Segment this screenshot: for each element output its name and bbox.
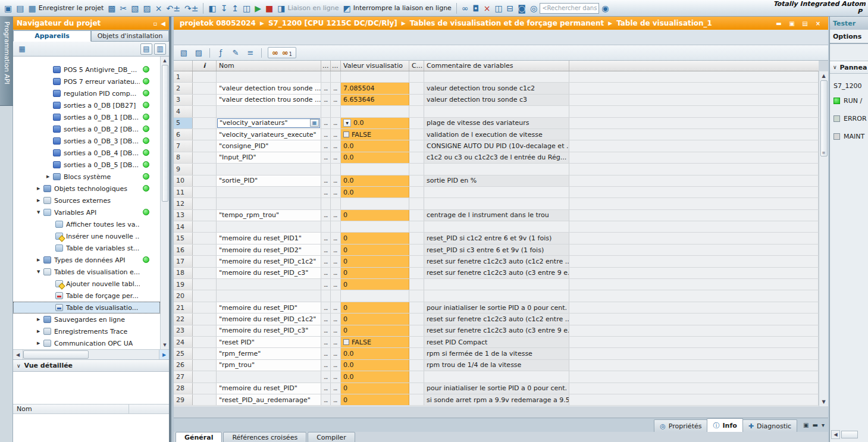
scrollbar-thumb[interactable] <box>23 350 89 359</box>
row-number-cell[interactable]: 14 <box>174 221 193 232</box>
watch-table-row[interactable]: 25 "rpm_ferme" "rpm_ferme" ▦ ... ... ▼ <box>174 348 819 359</box>
copy-icon[interactable]: ▧ <box>129 2 140 15</box>
close-icon[interactable]: × <box>814 20 822 27</box>
modify-value-cell[interactable] <box>409 187 424 198</box>
tag-name-cell[interactable]: "tempo_rpm_trou" "tempo_rpm_trou" ▦ <box>217 210 321 221</box>
col-comment[interactable]: Commentaire de variables <box>424 61 569 71</box>
modify-value-cell[interactable] <box>409 221 424 232</box>
tree-item[interactable]: ▶ Sources externes <box>13 195 160 206</box>
modify-value-cell[interactable] <box>409 164 424 174</box>
new-project-icon[interactable]: ▤ <box>14 2 26 15</box>
watch-table-row[interactable]: 5 "velocity_variateurs" "velocity_variat… <box>174 118 819 129</box>
monitor-value-cell[interactable]: ▼ 0.0 <box>341 152 409 163</box>
format-cell[interactable]: ... <box>331 360 341 371</box>
show-graphics-icon[interactable]: ◙ <box>516 2 528 15</box>
overview-toggle-icon[interactable]: ▥ <box>154 43 166 55</box>
save-project-button[interactable]: ▦ Enregistrer le projet <box>26 2 105 15</box>
modify-value-cell[interactable] <box>409 337 424 347</box>
tag-name-cell[interactable]: "memoire du reset_PID_c3" "memoire du re… <box>217 325 321 336</box>
tree-item[interactable]: ▶ Communication OPC UA <box>13 337 160 349</box>
address-cell[interactable]: ... <box>321 360 331 371</box>
watch-table-row[interactable]: 16 "memoire du reset_PID2" "memoire du r… <box>174 244 819 256</box>
comment-cell[interactable]: si sonde arret rpm a 9.9v redemarage a 9… <box>424 394 569 405</box>
modify-value-cell[interactable] <box>409 129 424 140</box>
expand-collapse-arrow[interactable]: ▼ <box>37 269 43 274</box>
expand-collapse-arrow[interactable]: ▶ <box>37 341 43 346</box>
modify-value-cell[interactable] <box>409 244 424 255</box>
address-cell[interactable] <box>321 198 331 209</box>
monitor-value-cell[interactable]: ▼ 0 <box>341 279 409 290</box>
row-number-cell[interactable]: 12 <box>174 198 193 209</box>
monitor-value-cell[interactable]: ▼ <box>341 164 409 174</box>
restore-icon[interactable]: ▣ <box>788 20 796 27</box>
modify-value-cell[interactable] <box>409 256 424 267</box>
monitor-value-cell[interactable]: ▼ 0 <box>341 383 409 394</box>
row-number-cell[interactable]: 2 <box>174 83 193 93</box>
row-number-cell[interactable]: 15 <box>174 233 193 243</box>
format-cell[interactable]: ... <box>331 302 341 313</box>
go-offline-button[interactable]: ◩ Interrompre la liaison en ligne <box>341 2 453 15</box>
tag-name-cell[interactable]: "velocity_variateurs_execute" "velocity_… <box>217 129 321 140</box>
undo-icon[interactable]: ↶± <box>164 2 181 15</box>
format-cell[interactable]: ... <box>331 129 341 140</box>
address-cell[interactable] <box>321 71 331 82</box>
comment-cell[interactable] <box>424 71 569 82</box>
monitor-value-cell[interactable]: ▼ <box>341 198 409 209</box>
comment-cell[interactable]: rpm si fermée de 1 de la vitesse <box>424 348 569 359</box>
format-cell[interactable]: ... <box>331 83 341 93</box>
binoculars-search-icon[interactable]: ∞ <box>460 2 471 15</box>
comment-cell[interactable]: reset sur fenetre c1c2c3 auto (c1c2 entr… <box>424 256 569 267</box>
expand-collapse-arrow[interactable]: ▶ <box>37 329 43 334</box>
watch-table-row[interactable]: 14 ▦ ▼ <box>174 221 819 233</box>
watch-table-row[interactable]: 3 "valeur detection trou sonde ... "vale… <box>174 95 819 106</box>
cut-icon[interactable]: ✂ <box>118 2 129 15</box>
tag-name-cell[interactable]: ▦ <box>217 221 321 232</box>
address-cell[interactable]: ... <box>321 314 331 324</box>
modify-value-cell[interactable] <box>409 371 424 382</box>
comment-cell[interactable]: reset_PID si c1c2 entre 6 et 9v (1 fois) <box>424 233 569 243</box>
tree-item[interactable]: Table de visualisatio... <box>13 302 160 314</box>
expand-collapse-arrow[interactable]: ▶ <box>37 317 43 322</box>
format-cell[interactable]: ... <box>331 210 341 221</box>
expand-collapse-arrow[interactable]: ▶ <box>46 174 53 179</box>
watch-table-row[interactable]: 28 "memoire du reset_PID" "memoire du re… <box>174 383 819 394</box>
print-icon[interactable]: ▩ <box>106 2 117 15</box>
info-tab[interactable]: ⓘ Info <box>707 418 742 432</box>
address-cell[interactable]: ... <box>321 175 331 186</box>
address-cell[interactable]: ... <box>321 337 331 347</box>
tree-item[interactable]: sorties a 0_DB_4 [DB... <box>13 147 160 159</box>
tag-name-cell[interactable]: "memoire du reset_PID1" "memoire du rese… <box>217 233 321 243</box>
format-cell[interactable]: ... <box>331 383 341 394</box>
tester-panel-header[interactable]: Tester <box>830 17 868 30</box>
tree-item[interactable]: Afficher toutes les va... <box>13 218 160 230</box>
watch-table-row[interactable]: 9 ▦ ▼ <box>174 164 819 175</box>
delete-icon[interactable]: × <box>153 2 164 15</box>
watch-table-row[interactable]: 24 "reset PID" "reset PID" ▦ ... ... ▼ <box>174 337 819 348</box>
row-number-cell[interactable]: 22 <box>174 314 193 324</box>
monitor-value-cell[interactable]: ▼ 0 <box>341 233 409 243</box>
tree-item[interactable]: sorties a 0_DB_3 [DB... <box>13 135 160 147</box>
breadcrumb-item[interactable]: projetok 08052024 <box>180 19 256 27</box>
monitor-value-cell[interactable]: ▼ 0.0 <box>341 371 409 382</box>
row-number-cell[interactable]: 7 <box>174 140 193 151</box>
modify-value-cell[interactable] <box>409 348 424 359</box>
address-cell[interactable]: ... <box>321 118 331 128</box>
modify-value-cell[interactable] <box>409 71 424 82</box>
comment-cell[interactable]: sortie PID en % <box>424 175 569 186</box>
modify-value-cell[interactable] <box>409 383 424 394</box>
minimize-icon[interactable]: ▬ <box>775 20 783 27</box>
monitor-value-cell[interactable]: ▼ FALSE <box>341 337 409 347</box>
tag-name-cell[interactable]: "reset_PID_au_redemarage" "reset_PID_au_… <box>217 394 321 405</box>
format-cell[interactable]: ... <box>331 187 341 198</box>
modify-value-cell[interactable] <box>409 210 424 221</box>
format-cell[interactable]: ... <box>331 140 341 151</box>
address-cell[interactable]: ... <box>321 383 331 394</box>
compile-icon[interactable]: ◧ <box>206 2 218 15</box>
format-cell[interactable]: ... <box>331 314 341 324</box>
watch-table-row[interactable]: 15 "memoire du reset_PID1" "memoire du r… <box>174 233 819 244</box>
comment-cell[interactable]: reset sur fenetre c1c2c3 auto (c1c2 entr… <box>424 314 569 324</box>
row-number-cell[interactable]: 29 <box>174 394 193 405</box>
format-cell[interactable] <box>331 290 341 301</box>
monitor-value-cell[interactable]: ▼ 0 <box>341 314 409 324</box>
cpu-control-panel-section[interactable]: ∨ Pannea <box>830 61 868 74</box>
